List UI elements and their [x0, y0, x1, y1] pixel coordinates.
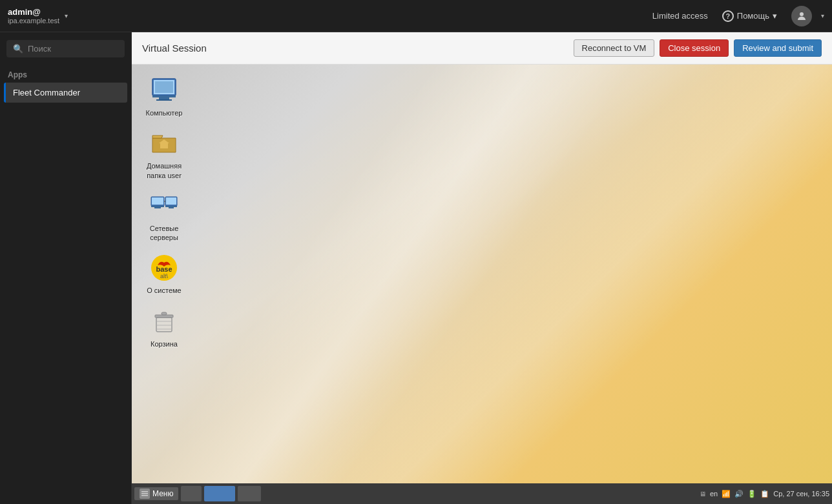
virtual-session-title: Virtual Session [142, 43, 574, 54]
svg-rect-20 [156, 318, 172, 332]
menu-label: Меню [152, 489, 173, 498]
main-content: Virtual Session Reconnect to VM Close se… [132, 32, 832, 504]
network-icon [149, 190, 180, 221]
close-session-button[interactable]: Close session [660, 39, 729, 57]
user-chevron-icon: ▾ [65, 12, 68, 19]
desktop-icon-network[interactable]: Сетевые серверы [138, 186, 190, 247]
taskbar-tray: 🖥 en 📶 🔊 🔋 📋 Ср, 27 сен, 16:35 [700, 490, 829, 498]
svg-rect-15 [169, 207, 174, 208]
username: admin@ [8, 7, 59, 17]
svg-rect-26 [141, 491, 148, 492]
svg-rect-27 [141, 493, 148, 494]
help-icon: ? [722, 10, 734, 22]
search-icon: 🔍 [13, 44, 23, 54]
sidebar: 🔍 Поиск Apps Fleet Commander [0, 32, 132, 504]
vs-actions: Reconnect to VM Close session Review and… [574, 39, 822, 57]
tray-network-icon: 📶 [722, 490, 731, 498]
domain: ipa.example.test [8, 17, 59, 25]
svg-text:alt\: alt\ [160, 273, 169, 279]
computer-icon-label: Компьютер [146, 108, 183, 117]
search-box[interactable]: 🔍 Поиск [6, 40, 125, 57]
computer-icon [149, 75, 180, 106]
virtual-session-header: Virtual Session Reconnect to VM Close se… [132, 32, 832, 65]
taskbar-window-1[interactable] [181, 486, 202, 501]
help-label: Помощь [737, 11, 769, 21]
svg-point-0 [800, 12, 804, 16]
apps-section-label: Apps [0, 65, 131, 82]
trash-icon-label: Корзина [151, 339, 178, 348]
svg-rect-25 [161, 312, 167, 315]
folder-icon [149, 128, 180, 159]
network-icon-label: Сетевые серверы [141, 224, 187, 243]
about-icon-label: О системе [147, 286, 181, 295]
svg-rect-14 [165, 206, 177, 207]
help-chevron-icon: ▾ [773, 11, 777, 21]
svg-rect-6 [155, 81, 173, 93]
taskbar: Меню 🖥 en 📶 🔊 🔋 📋 Ср, 27 сен, 16:35 [132, 483, 832, 504]
sidebar-item-fleet-commander[interactable]: Fleet Commander [4, 83, 127, 103]
review-submit-button[interactable]: Review and submit [734, 39, 822, 57]
desktop-icon-home-folder[interactable]: Домашняя папка user [138, 124, 190, 184]
search-input[interactable]: Поиск [28, 44, 51, 54]
desktop-icon-trash[interactable]: Корзина [138, 302, 190, 352]
svg-rect-10 [151, 206, 164, 207]
trash-icon [149, 306, 180, 337]
svg-rect-13 [166, 197, 176, 205]
fleet-commander-label: Fleet Commander [13, 88, 80, 97]
tray-volume-icon: 🔊 [734, 490, 744, 498]
svg-rect-11 [154, 207, 161, 208]
system-icon: base alt\ [149, 252, 180, 283]
svg-rect-24 [155, 315, 173, 318]
taskbar-window-3[interactable] [238, 486, 261, 501]
desktop-icons: Компьютер Домашняя папка user [138, 71, 190, 352]
tray-clipboard-icon: 📋 [760, 490, 769, 498]
svg-rect-3 [152, 96, 176, 97]
svg-rect-9 [152, 197, 163, 205]
taskbar-window-2[interactable] [204, 486, 235, 501]
limited-access-label: Limited access [652, 11, 708, 21]
user-menu[interactable]: admin@ ipa.example.test ▾ [8, 7, 68, 25]
taskbar-clock: Ср, 27 сен, 16:35 [773, 490, 829, 498]
desktop-icon-computer[interactable]: Компьютер [138, 71, 190, 121]
tray-screen-icon: 🖥 [700, 490, 706, 498]
help-button[interactable]: ? Помощь ▾ [717, 8, 782, 25]
topbar-right: Limited access ? Помощь ▾ ▾ [652, 6, 824, 26]
topbar: admin@ ipa.example.test ▾ Limited access… [0, 0, 832, 32]
avatar[interactable] [791, 6, 812, 26]
reconnect-button[interactable]: Reconnect to VM [574, 39, 655, 57]
desktop-icon-about[interactable]: base alt\ О системе [138, 248, 190, 299]
menu-icon [140, 489, 150, 499]
desktop-area: Компьютер Домашняя папка user [132, 65, 832, 504]
avatar-chevron-icon: ▾ [821, 12, 824, 19]
tray-language[interactable]: en [710, 490, 718, 498]
tray-battery-icon: 🔋 [747, 490, 756, 498]
svg-rect-28 [141, 495, 148, 496]
home-folder-icon-label: Домашняя папка user [141, 161, 187, 180]
svg-rect-4 [159, 97, 169, 99]
svg-rect-5 [156, 99, 172, 101]
taskbar-menu-button[interactable]: Меню [134, 487, 178, 500]
